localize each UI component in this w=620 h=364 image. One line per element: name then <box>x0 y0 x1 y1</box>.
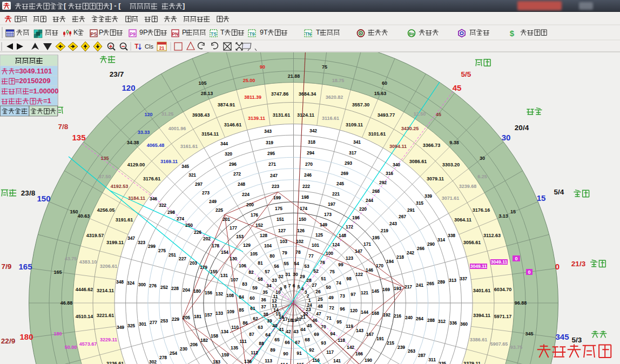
svg-text:38: 38 <box>263 312 268 317</box>
svg-text:25: 25 <box>318 296 323 302</box>
svg-text:249: 249 <box>209 199 217 204</box>
svg-text:224: 224 <box>242 192 250 197</box>
svg-text:272: 272 <box>233 171 241 177</box>
svg-text:143: 143 <box>356 328 363 333</box>
svg-text:155: 155 <box>210 269 218 274</box>
svg-text:215: 215 <box>387 340 394 346</box>
svg-text:134: 134 <box>221 329 228 334</box>
svg-text:74: 74 <box>336 280 341 286</box>
svg-text:15: 15 <box>510 209 516 214</box>
svg-text:59: 59 <box>252 285 258 291</box>
svg-text:245: 245 <box>336 181 344 186</box>
svg-text:168: 168 <box>372 311 379 316</box>
svg-text:93.75: 93.75 <box>510 345 523 350</box>
svg-text:45: 45 <box>436 112 441 117</box>
svg-text:3071.61: 3071.61 <box>442 196 460 201</box>
svg-text:176: 176 <box>251 212 258 218</box>
svg-text:289: 289 <box>437 279 445 285</box>
svg-text:3401.61: 3401.61 <box>473 288 491 293</box>
svg-text:6.25: 6.25 <box>477 174 487 179</box>
svg-text:9.38: 9.38 <box>449 140 459 145</box>
svg-text:223: 223 <box>272 184 279 189</box>
svg-text:325: 325 <box>127 323 135 328</box>
svg-text:3079.11: 3079.11 <box>427 176 444 181</box>
svg-text:122: 122 <box>355 272 363 277</box>
svg-text:3049.11: 3049.11 <box>491 259 508 265</box>
svg-text:58: 58 <box>258 277 263 282</box>
svg-text:=1: =1 <box>43 97 51 105</box>
svg-text:4192.53: 4192.53 <box>111 184 129 189</box>
svg-text:31.25: 31.25 <box>161 111 174 117</box>
svg-text:3229.11: 3229.11 <box>100 337 117 342</box>
svg-text:5/3: 5/3 <box>572 336 582 344</box>
svg-text:120: 120 <box>122 83 135 92</box>
svg-text:300: 300 <box>138 282 146 287</box>
svg-text:3684.34: 3684.34 <box>299 91 316 97</box>
svg-text:43: 43 <box>293 329 299 334</box>
svg-text:192: 192 <box>383 312 390 318</box>
svg-text:3430.25: 3430.25 <box>401 126 419 131</box>
svg-text:3366.73: 3366.73 <box>423 143 441 148</box>
svg-text:80: 80 <box>269 253 275 259</box>
svg-text:51: 51 <box>321 276 326 281</box>
svg-text:66: 66 <box>285 340 290 345</box>
svg-text:175: 175 <box>275 206 282 211</box>
svg-text:271: 271 <box>268 161 276 167</box>
svg-text:55: 55 <box>284 261 289 266</box>
svg-text:228: 228 <box>171 286 179 291</box>
svg-text:218: 218 <box>396 254 404 260</box>
svg-text:31: 31 <box>285 272 291 277</box>
svg-text:278: 278 <box>159 355 167 360</box>
svg-text:76: 76 <box>320 260 325 265</box>
svg-text:]: ] <box>183 2 185 10</box>
svg-text:270: 270 <box>305 161 313 167</box>
svg-text:4001.96: 4001.96 <box>169 126 186 131</box>
svg-text:133: 133 <box>215 311 223 316</box>
svg-text:336: 336 <box>449 320 457 326</box>
svg-text:244: 244 <box>366 198 373 203</box>
svg-text:98: 98 <box>346 276 352 281</box>
svg-text:360: 360 <box>460 321 468 327</box>
svg-text:68: 68 <box>305 337 310 342</box>
svg-text:196: 196 <box>352 215 360 220</box>
svg-text:150: 150 <box>70 209 78 214</box>
svg-text:195: 195 <box>372 235 380 240</box>
svg-text:253: 253 <box>160 318 168 323</box>
svg-text:3221.61: 3221.61 <box>97 313 114 318</box>
svg-text:170: 170 <box>376 263 383 268</box>
svg-text:70: 70 <box>321 324 326 329</box>
svg-text:191: 191 <box>376 336 384 341</box>
svg-text:239: 239 <box>397 345 405 350</box>
svg-text:75: 75 <box>329 269 335 274</box>
svg-text:Big: Big <box>409 32 415 36</box>
svg-text:4: 4 <box>301 286 304 292</box>
svg-text:180: 180 <box>193 288 201 294</box>
svg-text:123: 123 <box>346 255 353 261</box>
svg-text:49: 49 <box>328 295 334 300</box>
svg-text:340: 340 <box>393 162 400 167</box>
svg-text:107: 107 <box>231 277 238 282</box>
svg-text:199: 199 <box>273 195 281 200</box>
svg-text:TS: TS <box>211 31 217 37</box>
svg-text:198: 198 <box>301 194 309 200</box>
svg-text:3557.30: 3557.30 <box>352 102 370 107</box>
svg-text:247: 247 <box>270 173 278 178</box>
svg-text:135: 135 <box>72 133 85 142</box>
svg-text:177: 177 <box>230 225 237 231</box>
svg-text:219: 219 <box>381 228 388 233</box>
svg-text:47: 47 <box>316 311 321 316</box>
svg-text:PN: PN <box>172 31 179 37</box>
svg-text:152: 152 <box>255 223 263 228</box>
svg-text:275: 275 <box>158 248 166 253</box>
svg-text:3094.11: 3094.11 <box>389 144 407 149</box>
svg-text:178: 178 <box>212 243 219 248</box>
svg-text:3184.11: 3184.11 <box>128 196 145 201</box>
svg-text:71: 71 <box>326 315 332 321</box>
svg-text:37: 37 <box>261 304 266 309</box>
svg-text:197: 197 <box>328 201 335 207</box>
svg-text:319: 319 <box>266 140 273 145</box>
svg-text:314: 314 <box>437 237 445 242</box>
svg-text:4510.14: 4510.14 <box>76 314 93 319</box>
svg-text:78: 78 <box>295 250 301 255</box>
svg-text:226: 226 <box>194 230 201 235</box>
